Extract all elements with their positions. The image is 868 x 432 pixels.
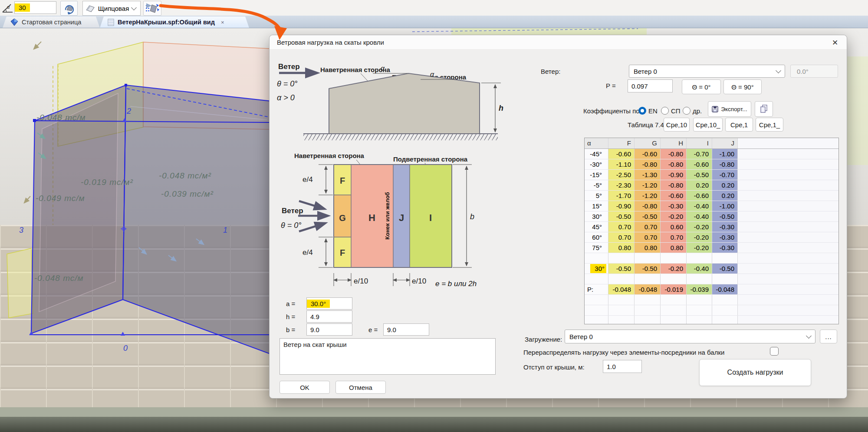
table-value-cell: -0.80 (661, 149, 687, 159)
table-value-cell: -0.50 (712, 211, 738, 221)
table-empty-area (738, 295, 838, 305)
table-row[interactable]: 30°-0.50-0.50-0.20-0.40-0.50 (585, 264, 838, 274)
table-row[interactable] (585, 305, 838, 316)
theta-label: θ = 0° (281, 221, 302, 230)
roof-angle-input[interactable]: 30 (14, 1, 56, 14)
dialog-title-bar[interactable]: Ветровая нагрузка на скаты кровли ✕ (270, 35, 847, 49)
ok-button[interactable]: OK (279, 381, 330, 394)
radio-icon (683, 107, 690, 115)
pressure-input[interactable] (628, 79, 673, 92)
table-value-cell: -0.50 (687, 170, 712, 180)
tab-close-icon[interactable]: × (221, 19, 224, 26)
param-a-input[interactable]: 30.0° (306, 297, 352, 310)
cpe1u-button[interactable]: Cpe,1_ (756, 118, 783, 132)
tab-label: ВетерНаКрыши.spf:Общий вид (118, 19, 215, 26)
load-case-more-button[interactable]: ... (820, 330, 837, 343)
radio-sp[interactable]: СП (661, 107, 681, 115)
redistribute-checkbox[interactable] (770, 347, 779, 356)
table-value-cell: 0.20 (712, 191, 738, 201)
table-value-cell: -0.70 (712, 170, 738, 180)
axis-label: 2 (126, 107, 131, 115)
roof-type-dropdown[interactable]: Щипцовая (82, 1, 141, 16)
coefficients-table[interactable]: αFGHIJ-45°-0.60-0.60-0.80-0.70-1.00-30°-… (584, 138, 839, 324)
table-row[interactable]: -30°-1.10-0.80-0.80-0.60-0.80 (585, 159, 838, 170)
param-e-input[interactable] (383, 323, 429, 336)
rotate-icon (62, 2, 76, 14)
table-value-cell (608, 253, 635, 263)
table-row[interactable]: -45°-0.60-0.60-0.80-0.70-1.00 (585, 149, 838, 159)
table-value-cell: -0.20 (687, 243, 712, 253)
table-empty-area (738, 305, 838, 315)
axis-label: 1 (223, 226, 227, 234)
table-value-cell: 0.80 (661, 243, 687, 253)
table-row[interactable] (585, 295, 838, 305)
offset-input[interactable] (603, 360, 642, 373)
alpha-cond-label: α > 0 (277, 93, 295, 102)
theta-90-button[interactable]: Θ = 90° (723, 79, 762, 94)
table-row[interactable]: 60°0.700.700.70-0.20-0.30 (585, 232, 838, 243)
table-alpha-cell (585, 274, 608, 284)
radio-en[interactable]: EN (638, 107, 658, 115)
cancel-button[interactable]: Отмена (335, 381, 386, 394)
table-header-row[interactable]: αFGHIJ (585, 138, 838, 149)
load-description-textarea[interactable]: Ветер на скат крыши (279, 338, 496, 375)
close-icon[interactable]: ✕ (829, 37, 841, 48)
table-row[interactable] (585, 274, 838, 284)
param-h-input[interactable] (306, 310, 352, 323)
table-value-cell (661, 295, 687, 305)
table-value-cell: -0.80 (635, 159, 661, 169)
table-row[interactable]: -15°-2.50-1.30-0.90-0.50-0.70 (585, 170, 838, 180)
load-case-select[interactable]: Ветер 0 (565, 330, 815, 343)
table-value-cell (687, 274, 712, 284)
table-value-cell (661, 305, 687, 315)
table-row[interactable]: 5°-1.70-1.20-0.60-0.600.20 (585, 191, 838, 201)
table-row[interactable]: 15°-0.90-0.80-0.30-0.40-1.00 (585, 201, 838, 211)
table-value-cell: 0.70 (608, 232, 635, 242)
table-value-cell: 0.80 (635, 243, 661, 253)
table-value-cell: -0.039 (687, 284, 712, 294)
table-row[interactable] (585, 316, 838, 324)
table-ref-label: Таблица 7.4а (628, 121, 667, 129)
table-row[interactable]: -5°-2.30-1.20-0.800.200.20 (585, 180, 838, 191)
angle-alpha-icon: α (2, 2, 13, 13)
wind-load-tool-button[interactable] (143, 1, 161, 16)
svg-text:α: α (7, 4, 10, 10)
ridge-label: Конек или желоб (384, 192, 391, 239)
table-value-cell (712, 253, 738, 263)
rotate-tool-button[interactable] (60, 1, 78, 16)
table-row[interactable]: P:-0.048-0.048-0.019-0.039-0.048 (585, 284, 838, 295)
tab-model-view[interactable]: ВетерНаКрыши.spf:Общий вид × (100, 16, 249, 28)
table-row[interactable]: 45°0.700.700.60-0.20-0.30 (585, 222, 838, 232)
table-value-cell: -0.80 (661, 180, 687, 190)
cpe1-button[interactable]: Cpe,1 (725, 118, 753, 132)
export-button[interactable]: Экспорт... (708, 101, 751, 117)
table-row[interactable] (585, 253, 838, 264)
table-value-cell: -0.30 (712, 243, 738, 253)
copy-button[interactable] (755, 101, 773, 117)
table-value-cell: 0.70 (608, 222, 635, 232)
table-alpha-cell: -30° (585, 159, 608, 169)
cpe10-button[interactable]: Cpe,10 (664, 118, 690, 132)
table-value-cell: 0.20 (687, 180, 712, 190)
theta-0-button[interactable]: Θ = 0° (682, 79, 721, 94)
table-value-cell: -0.20 (661, 211, 687, 221)
load-case-label: Загружение: (525, 336, 562, 343)
table-value-cell: -1.20 (635, 180, 661, 190)
param-a-label: a = (286, 300, 295, 307)
table-empty-area (738, 284, 838, 294)
wind-load-dialog: Ветровая нагрузка на скаты кровли ✕ Вете… (269, 35, 847, 399)
tab-start-page[interactable]: Стартовая страница (3, 16, 100, 28)
param-b-input[interactable] (306, 323, 352, 336)
zone-g-label: G (339, 213, 346, 223)
table-alpha-cell: 30° (585, 264, 608, 274)
create-loads-button[interactable]: Создать нагрузки (699, 359, 811, 386)
table-row[interactable]: 75°0.800.800.80-0.20-0.30 (585, 243, 838, 253)
wind-select[interactable]: Ветер 0 (629, 65, 785, 78)
table-row[interactable]: 30°-0.50-0.50-0.20-0.40-0.50 (585, 211, 838, 222)
radio-other[interactable]: др. (683, 107, 702, 115)
cpe10u-button[interactable]: Cpe,10_ (693, 118, 723, 132)
app-logo-icon (10, 18, 18, 26)
table-value-cell: -0.048 (608, 284, 635, 294)
table-value-cell: -0.80 (635, 201, 661, 211)
param-e-label: e = (368, 326, 378, 333)
